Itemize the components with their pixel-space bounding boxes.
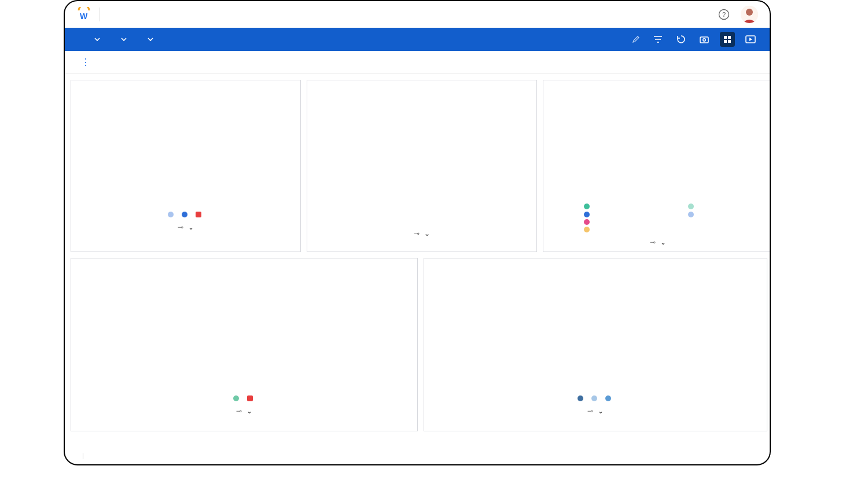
fte-legend [71, 393, 417, 404]
svg-rect-7 [724, 36, 727, 39]
card-title [307, 80, 536, 85]
svg-rect-5 [700, 37, 708, 43]
card-title [424, 258, 767, 263]
svg-rect-8 [728, 36, 731, 39]
cashflow-legend [424, 393, 767, 404]
card-range-selector[interactable]: ⊸ ⌄ [71, 220, 300, 236]
card-title [71, 258, 417, 263]
filter-time[interactable] [87, 36, 101, 43]
tab-menu-icon[interactable]: ⋮ [81, 57, 90, 68]
chevron-down-icon: ⌄ [247, 407, 252, 415]
filter-level[interactable] [113, 36, 127, 43]
grid-view-icon[interactable] [720, 32, 735, 47]
tab-strip: ⋮ [65, 51, 770, 74]
opex-chart-area [543, 85, 771, 201]
card-range-selector[interactable]: ⊸ ⌄ [71, 404, 417, 420]
svg-point-4 [746, 9, 753, 16]
present-icon[interactable] [743, 32, 758, 47]
filter-currency[interactable] [140, 36, 154, 43]
dashboard-grid: ⊸ ⌄ ⊸ ⌄ [65, 74, 770, 432]
card-range-selector[interactable]: ⊸ ⌄ [543, 235, 771, 251]
svg-rect-10 [728, 40, 731, 43]
svg-rect-9 [724, 40, 727, 43]
svg-text:W: W [80, 12, 88, 21]
ebitda-gauge [307, 85, 538, 224]
card-fte: ⊸ ⌄ [71, 258, 418, 431]
svg-text:?: ? [722, 11, 726, 18]
cashflow-chart [424, 263, 768, 390]
filter-icon[interactable] [650, 32, 665, 47]
card-title [71, 80, 300, 85]
opex-donut [543, 85, 771, 201]
fte-chart [71, 263, 418, 390]
opex-legend [543, 201, 771, 235]
card-ebitda: ⊸ ⌄ [307, 80, 537, 252]
divider [100, 8, 100, 21]
chevron-down-icon: ⌄ [188, 223, 194, 231]
card-range-selector[interactable]: ⊸ ⌄ [307, 226, 536, 242]
filter-bar [65, 28, 770, 51]
chevron-down-icon [120, 36, 127, 43]
footer: | [65, 447, 770, 464]
topbar: W ? [65, 1, 770, 28]
card-range-selector[interactable]: ⊸ ⌄ [424, 404, 767, 420]
chevron-down-icon: ⌄ [424, 230, 430, 238]
card-title [543, 80, 771, 85]
chevron-down-icon: ⌄ [598, 407, 604, 415]
chevron-down-icon [94, 36, 101, 43]
svg-point-6 [703, 39, 705, 41]
card-operating-expenses: ⊸ ⌄ [543, 80, 771, 252]
workday-logo[interactable]: W [76, 7, 91, 22]
card-cash-flow: ⊸ ⌄ [424, 258, 767, 431]
chevron-down-icon: ⌄ [660, 238, 666, 246]
marketing-legend [71, 209, 300, 220]
user-avatar[interactable] [741, 6, 758, 23]
edit-button[interactable] [632, 35, 642, 43]
refresh-icon[interactable] [674, 32, 689, 47]
marketing-chart [71, 85, 301, 206]
card-marketing-expense: ⊸ ⌄ [71, 80, 301, 252]
help-icon[interactable]: ? [718, 8, 730, 21]
snapshot-icon[interactable] [697, 32, 712, 47]
chevron-down-icon [147, 36, 154, 43]
app-frame: W ? [64, 0, 771, 465]
